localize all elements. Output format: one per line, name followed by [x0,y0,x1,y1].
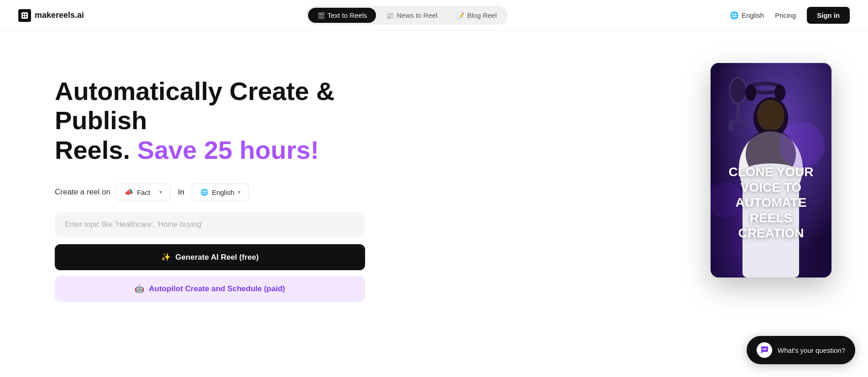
chat-widget[interactable]: What's your question? [747,336,855,364]
controls-row: Create a reel on 📣 Fact ▾ in 🌐 English ▾ [55,183,365,201]
svg-point-20 [779,122,825,168]
navbar: makereels.ai 🎬 Text to Reels 📰 News to R… [0,0,868,31]
svg-point-16 [757,99,784,131]
main-content: Automatically Create & Publish Reels. Sa… [0,31,868,320]
svg-rect-1 [23,14,24,15]
nav-right: 🌐 English Pricing Sign in [730,7,850,24]
svg-point-26 [765,349,767,350]
signin-button[interactable]: Sign in [807,7,850,24]
svg-point-25 [764,349,765,350]
logo-icon [18,9,31,22]
megaphone-icon: 📣 [125,188,133,196]
topic-input[interactable] [55,212,365,237]
translate-icon: 🌐 [730,11,739,20]
chevron-down-icon: ▾ [159,189,162,195]
video-icon: 🎬 [317,12,325,19]
svg-rect-0 [21,12,28,19]
svg-rect-8 [736,103,740,121]
chevron-down-icon-2: ▾ [238,189,241,195]
svg-rect-2 [25,14,26,15]
svg-rect-4 [25,16,26,17]
language-selector[interactable]: 🌐 English [730,11,764,20]
generate-button[interactable]: ✨ Generate AI Reel (free) [55,244,365,270]
logo[interactable]: makereels.ai [18,9,84,22]
tab-news-to-reel[interactable]: 📰 News to Reel [377,8,446,23]
lang-select-wrapper: 🌐 English ▾ [192,183,249,201]
robot-icon: 🤖 [135,284,144,293]
svg-point-7 [730,78,746,103]
sparkle-icon: ✨ [161,252,171,262]
language-select[interactable]: 🌐 English ▾ [192,183,249,201]
tab-blog-reel[interactable]: 📝 Blog Reel [447,8,506,23]
newspaper-icon: 📰 [386,12,394,19]
autopilot-button[interactable]: 🤖 Autopilot Create and Schedule (paid) [55,276,365,302]
fact-select-wrapper: 📣 Fact ▾ [116,183,171,201]
video-preview-card: CLONE YOUR VOICE TO AUTOMATE REELS CREAT… [711,63,831,278]
controls-label: Create a reel on [55,188,110,197]
svg-rect-10 [729,121,733,131]
tab-text-to-reels[interactable]: 🎬 Text to Reels [308,8,376,23]
translate-icon-2: 🌐 [200,188,208,196]
hero-accent: Save 25 hours! [137,136,319,164]
hero-left: Automatically Create & Publish Reels. Sa… [55,68,365,302]
chat-icon [757,342,772,358]
language-label: English [742,11,764,19]
blog-icon: 📝 [456,12,464,19]
hero-title: Automatically Create & Publish Reels. Sa… [55,77,365,165]
hero-right: CLONE YOUR VOICE TO AUTOMATE REELS CREAT… [711,63,831,278]
nav-tabs: 🎬 Text to Reels 📰 News to Reel 📝 Blog Re… [306,6,508,25]
svg-rect-11 [743,121,747,131]
fact-select[interactable]: 📣 Fact ▾ [116,183,171,201]
svg-rect-3 [23,16,24,17]
svg-point-24 [763,349,764,350]
in-label: in [176,188,186,196]
pricing-button[interactable]: Pricing [775,11,796,19]
svg-point-13 [745,84,756,101]
video-overlay-text: CLONE YOUR VOICE TO AUTOMATE REELS CREAT… [711,164,831,241]
chat-widget-label: What's your question? [778,346,845,354]
logo-text: makereels.ai [35,10,84,20]
